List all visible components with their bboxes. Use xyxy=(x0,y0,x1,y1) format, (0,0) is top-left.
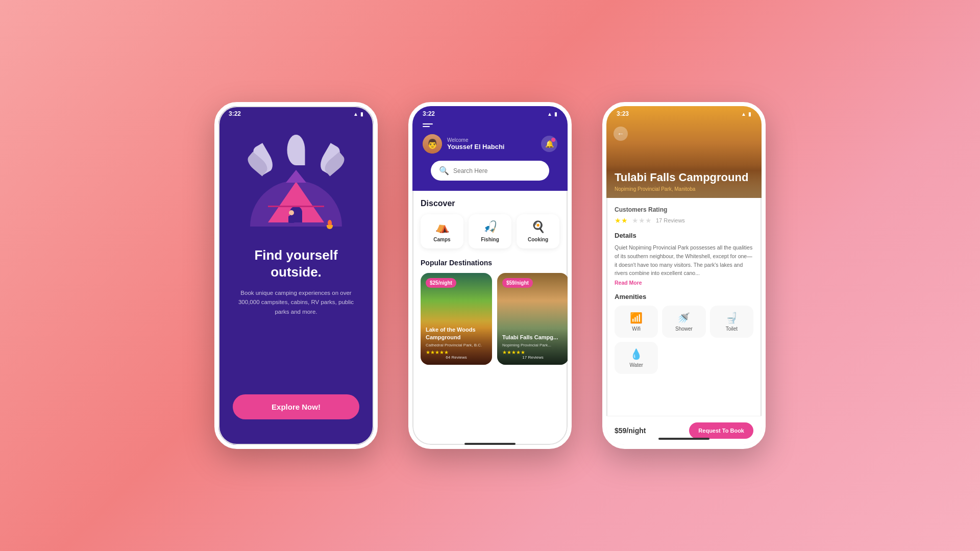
wifi-amenity-label: Wifi xyxy=(619,326,654,332)
time-3: 3:23 xyxy=(617,110,629,117)
category-fishing[interactable]: 🎣 Fishing xyxy=(469,214,511,248)
amenity-shower: 🚿 Shower xyxy=(662,306,705,338)
user-details: Welcome Youssef El Habchi xyxy=(447,137,504,151)
fishing-label: Fishing xyxy=(473,237,507,242)
detail-title: Tulabi Falls Campground xyxy=(615,171,753,184)
read-more-link[interactable]: Read More xyxy=(615,280,753,286)
reviews-count: 17 Reviews xyxy=(656,217,685,223)
amenity-water: 💧 Water xyxy=(615,342,658,374)
dest-reviews-2: 17 Reviews xyxy=(502,355,564,360)
cooking-label: Cooking xyxy=(521,237,555,242)
shower-amenity-label: Shower xyxy=(666,326,701,332)
phone-detail: 3:23 ▲ ▮ ← Tulabi Falls Campground Nopim… xyxy=(602,102,766,449)
splash-description: Book unique camping experiences on over … xyxy=(233,288,359,316)
back-button[interactable]: ← xyxy=(614,127,628,141)
destination-card-2[interactable]: $59/night Tulabi Falls Campg... Nopiming… xyxy=(497,273,568,365)
rating-section: Customers Rating ★★ ★★★ 17 Reviews xyxy=(615,206,753,224)
phone-splash: 3:22 ▲ ▮ xyxy=(214,102,378,449)
destinations-row: $25/night Lake of the Woods Campground C… xyxy=(421,273,559,365)
discover-title: Discover xyxy=(421,199,559,208)
amenity-wifi: 📶 Wifi xyxy=(615,306,658,338)
splash-illustration xyxy=(240,124,352,237)
toilet-amenity-label: Toilet xyxy=(714,326,749,332)
time-2: 3:22 xyxy=(423,110,435,117)
detail-body: Customers Rating ★★ ★★★ 17 Reviews Detai… xyxy=(606,198,762,445)
dest-name-1: Lake of the Woods Campground xyxy=(426,326,487,341)
wifi-icon-2: ▲ xyxy=(547,111,552,117)
status-icons-3: ▲ ▮ xyxy=(741,111,751,117)
welcome-text: Welcome xyxy=(447,137,504,143)
wifi-amenity-icon: 📶 xyxy=(619,312,654,324)
dest-info-1: Lake of the Woods Campground Cathedral P… xyxy=(421,321,492,365)
search-bar[interactable]: 🔍 xyxy=(431,161,549,181)
dest-location-1: Cathedral Provincial Park, B.C. xyxy=(426,343,487,347)
dest-name-2: Tulabi Falls Campg... xyxy=(502,334,564,341)
detail-subtitle: Nopiming Provincial Park, Manitoba xyxy=(615,186,753,192)
hamburger-menu[interactable] xyxy=(423,123,557,127)
amenities-heading: Amenities xyxy=(615,293,753,300)
cooking-icon: 🍳 xyxy=(521,220,555,234)
splash-title: Find yourself outside. xyxy=(233,247,359,280)
person-head xyxy=(289,210,294,215)
toilet-amenity-icon: 🚽 xyxy=(714,312,749,324)
status-bar-2: 3:22 ▲ ▮ xyxy=(412,106,568,119)
time-1: 3:22 xyxy=(229,110,241,117)
amenities-grid: 📶 Wifi 🚿 Shower 🚽 Toilet xyxy=(615,306,753,338)
detail-price: $59/night xyxy=(615,427,646,435)
shower-amenity-icon: 🚿 xyxy=(666,312,701,324)
detail-hero-overlay: Tulabi Falls Campground Nopiming Provinc… xyxy=(606,165,762,198)
camps-label: Camps xyxy=(425,237,459,242)
dest-reviews-1: 64 Reviews xyxy=(426,355,487,360)
search-input[interactable] xyxy=(453,167,541,174)
leaf-top xyxy=(287,135,305,165)
dest-stars-1: ★★★★★ xyxy=(426,349,487,355)
user-name: Youssef El Habchi xyxy=(447,143,504,151)
water-amenity-label: Water xyxy=(619,362,654,368)
user-info: 👨 Welcome Youssef El Habchi xyxy=(423,134,504,154)
wifi-icon-3: ▲ xyxy=(741,111,746,117)
home-body: Discover ⛺ Camps 🎣 Fishing 🍳 Cooking Pop… xyxy=(412,191,568,438)
home-indicator xyxy=(464,443,516,445)
water-amenity-icon: 💧 xyxy=(619,348,654,360)
avatar-face: 👨 xyxy=(423,134,442,154)
notification-dot xyxy=(551,138,555,142)
search-icon: 🔍 xyxy=(439,166,449,176)
amenities-section: Amenities 📶 Wifi 🚿 Shower 🚽 Toilet xyxy=(615,293,753,374)
splash-content: Find yourself outside. Book unique campi… xyxy=(218,119,374,440)
amenity-toilet: 🚽 Toilet xyxy=(710,306,753,338)
menu-line-1 xyxy=(423,123,433,124)
dest-location-2: Nopiming Provincial Park... xyxy=(502,343,564,347)
user-avatar: 👨 xyxy=(423,134,442,154)
destination-card-1[interactable]: $25/night Lake of the Woods Campground C… xyxy=(421,273,492,365)
amenities-row2: 💧 Water xyxy=(615,342,753,374)
category-camps[interactable]: ⛺ Camps xyxy=(421,214,463,248)
details-heading: Details xyxy=(615,232,753,239)
popular-title: Popular Destinations xyxy=(421,259,559,267)
footer-spacer xyxy=(615,381,753,412)
battery-icon-2: ▮ xyxy=(554,111,557,117)
rating-label: Customers Rating xyxy=(615,206,753,213)
details-text: Quiet Nopiming Provincial Park possesses… xyxy=(615,243,753,278)
wifi-signal-icon: ▲ xyxy=(353,111,358,117)
campfire xyxy=(327,221,333,229)
fire-base xyxy=(327,225,333,229)
explore-now-button[interactable]: Explore Now! xyxy=(233,394,359,419)
category-row: ⛺ Camps 🎣 Fishing 🍳 Cooking xyxy=(421,214,559,248)
battery-icon: ▮ xyxy=(360,111,363,117)
detail-indicator xyxy=(658,438,709,440)
dest-stars-2: ★★★★★ xyxy=(502,349,564,355)
tent-top xyxy=(286,170,306,183)
person-figure xyxy=(288,210,295,221)
rating-row: ★★ ★★★ 17 Reviews xyxy=(615,216,753,224)
detail-hero: ← Tulabi Falls Campground Nopiming Provi… xyxy=(606,106,762,198)
battery-icon-3: ▮ xyxy=(748,111,751,117)
book-button[interactable]: Request To Book xyxy=(689,422,753,439)
detail-footer: $59/night Request To Book xyxy=(606,416,762,445)
status-bar-1: 3:22 ▲ ▮ xyxy=(218,106,374,119)
stars-empty: ★★★ xyxy=(632,216,652,224)
user-row: 👨 Welcome Youssef El Habchi 🔔 xyxy=(423,134,557,154)
notification-bell[interactable]: 🔔 xyxy=(541,136,557,152)
phone-home: 3:22 ▲ ▮ 👨 Welcome Youssef El Habchi xyxy=(408,102,572,449)
category-cooking[interactable]: 🍳 Cooking xyxy=(517,214,559,248)
status-icons-2: ▲ ▮ xyxy=(547,111,557,117)
